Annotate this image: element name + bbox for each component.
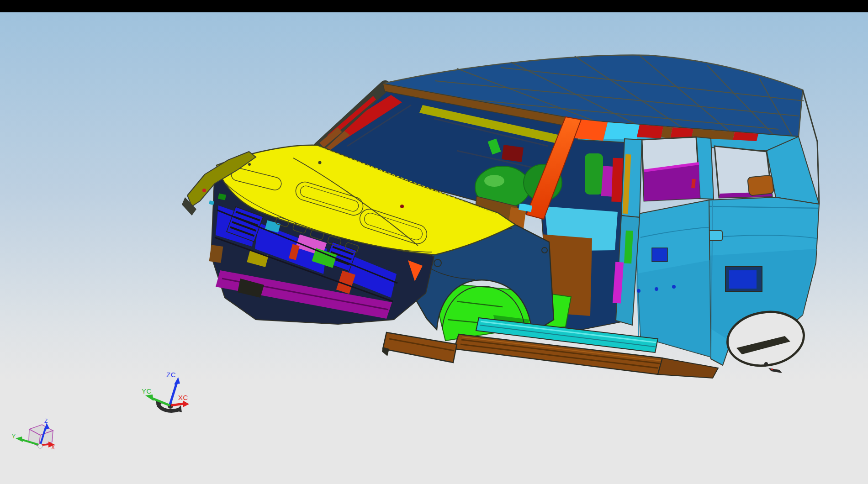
quarter-blue-bracket[interactable] [729, 270, 757, 289]
rocker-tail-skirt[interactable] [658, 358, 718, 378]
wcs-triad[interactable]: ZC YC XC [142, 371, 189, 412]
rear-door-window-aperture[interactable] [642, 137, 700, 201]
rear-quarter-panel[interactable] [706, 197, 819, 371]
csys-x-label: X [51, 444, 55, 451]
window-top-bar [0, 0, 868, 12]
wcs-z-label: ZC [166, 371, 176, 379]
graphics-viewport[interactable]: ZC YC XC Z [0, 12, 868, 484]
csys-z-label: Z [44, 418, 48, 424]
car-body-model[interactable] [182, 55, 819, 378]
absolute-csys-triad: Z Y X [12, 418, 55, 451]
wcs-x-label: XC [178, 394, 188, 401]
door-blue-bracket[interactable] [652, 248, 667, 262]
wcs-y-axis[interactable]: YC [142, 387, 170, 405]
application-window: ZC YC XC Z [0, 0, 868, 484]
wcs-y-label: YC [142, 387, 152, 395]
cad-3d-view[interactable]: ZC YC XC Z [0, 12, 868, 484]
csys-origin-ball [38, 444, 42, 448]
csys-y-label: Y [12, 433, 16, 440]
quarter-window-aperture[interactable] [715, 146, 774, 198]
